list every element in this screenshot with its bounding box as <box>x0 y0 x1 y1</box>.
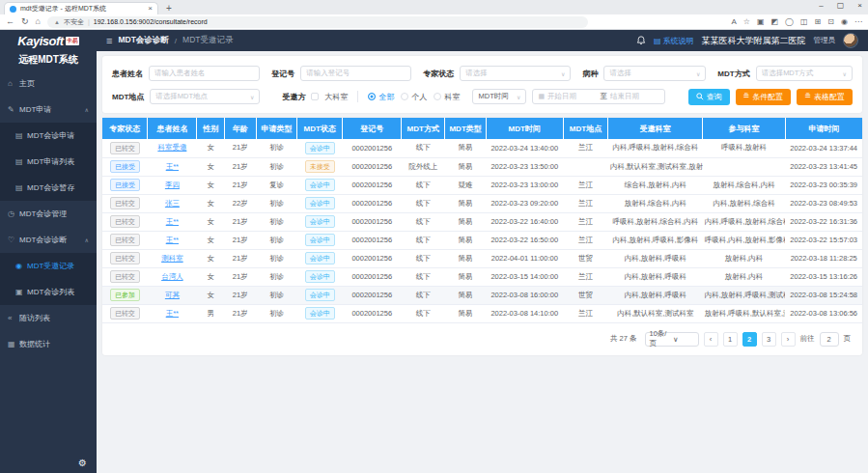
page-size-select[interactable]: 10条/页 ∨ <box>645 332 699 347</box>
patient-name-link[interactable]: 王** <box>166 162 179 171</box>
page-jump-input[interactable]: 2 <box>820 332 839 347</box>
column-header-apply_type[interactable]: 申请类型 <box>256 118 297 139</box>
read-aloud-icon[interactable]: A <box>731 18 736 26</box>
patient-name-link[interactable]: 科室受邀 <box>157 143 186 152</box>
window-maximize-button[interactable]: ▢ <box>837 1 845 10</box>
sidebar-item-mdt-consult-manage[interactable]: ◷MDT会诊管理 <box>0 201 97 227</box>
mdt-time-range-picker[interactable]: ▦ 开始日期 至 结束日期 <box>532 89 665 104</box>
sidebar-item-mdt-consult-draft[interactable]: ▤MDT会诊暂存 <box>0 175 97 201</box>
table-config-button[interactable]: ≞ 表格配置 <box>797 89 853 105</box>
invited-party-radio-0[interactable]: 全部 <box>368 92 394 102</box>
column-header-register_no[interactable]: 登记号 <box>343 118 402 139</box>
profile-icon[interactable]: ◉ <box>841 18 848 26</box>
back-icon[interactable]: ← <box>6 17 14 26</box>
prev-page-button[interactable]: ‹ <box>704 332 718 347</box>
cell-apply_time: 2022-03-08 13:06:56 <box>785 304 862 322</box>
mdt-mode-select[interactable]: 请选择MDT方式∨ <box>756 66 853 81</box>
column-header-gender[interactable]: 性别 <box>197 118 225 139</box>
status-tag: 会诊中 <box>305 234 335 246</box>
mdt-time-type-select[interactable]: MDT时间∨ <box>472 89 526 104</box>
sidebar-item-mdt-apply-list[interactable]: ▤MDT申请列表 <box>0 149 97 175</box>
status-tag: 已转交 <box>110 307 140 320</box>
patient-name-input[interactable]: 请输入患者姓名 <box>149 66 260 81</box>
column-header-invited_depts[interactable]: 受邀科室 <box>608 118 703 139</box>
table-row: 已转交张三女22岁初诊会诊中0002001256线下简易2022-03-23 0… <box>102 194 862 212</box>
table-row: 已转交王**男21岁初诊会诊中0002001256线下简易2022-03-08 … <box>102 304 862 322</box>
sidebar-item-mdt-consult-apply[interactable]: ▤MDT会诊申请 <box>0 123 97 149</box>
page-button-1[interactable]: 1 <box>723 332 738 347</box>
next-page-button[interactable]: › <box>781 332 796 347</box>
new-tab-button[interactable]: + <box>166 2 172 14</box>
patient-name-link[interactable]: 王** <box>166 217 179 226</box>
extension-icon-1[interactable]: ◩ <box>771 18 779 26</box>
address-bar[interactable]: ▲ 不安全 | 192.168.0.156:9002/consultate/re… <box>47 16 588 28</box>
start-date-placeholder: 开始日期 <box>547 92 597 101</box>
date-range-separator: 至 <box>601 92 608 101</box>
patient-name-link[interactable]: 王** <box>166 309 179 318</box>
cell-joined_depts: 内科,放射科,综合科 <box>703 194 786 212</box>
column-header-joined_depts[interactable]: 参与科室 <box>703 118 786 139</box>
column-header-mdt_type[interactable]: MDT类型 <box>445 118 487 139</box>
collections-icon[interactable]: ▣ <box>757 18 765 26</box>
column-header-mdt_mode[interactable]: MDT方式 <box>402 118 445 139</box>
register-no-input[interactable]: 请输入登记号 <box>300 66 411 81</box>
condition-config-button[interactable]: ≞ 条件配置 <box>736 89 792 105</box>
cell-patient_name: 李四 <box>148 176 197 194</box>
invited-party-radio-2[interactable]: 科室 <box>434 92 460 102</box>
mdt-location-select[interactable]: 请选择MDT地点∨ <box>150 89 260 104</box>
system-help-link[interactable]: ▤ 系统说明 <box>654 36 694 46</box>
disease-select[interactable]: 请选择∨ <box>603 66 706 81</box>
column-header-mdt_status[interactable]: MDT状态 <box>297 118 343 139</box>
page-button-3[interactable]: 3 <box>762 332 776 347</box>
sidebar-item-mdt-apply[interactable]: ✎MDT申请∧ <box>0 97 97 123</box>
patient-name-link[interactable]: 可其 <box>165 291 180 299</box>
window-close-button[interactable]: × <box>857 1 862 10</box>
dept-group-checkbox[interactable] <box>311 93 319 100</box>
refresh-icon[interactable]: ↻ <box>21 17 29 26</box>
patient-name-link[interactable]: 张三 <box>165 199 180 208</box>
extensions-icon[interactable]: ⊞ <box>815 18 822 26</box>
sidebar-item-label: MDT会诊列表 <box>27 287 74 297</box>
column-header-expert_status[interactable]: 专家状态 <box>102 118 148 139</box>
patient-name-link[interactable]: 台湾人 <box>161 272 183 281</box>
expert-status-select[interactable]: 请选择∨ <box>460 66 571 81</box>
page-number-group: 123 <box>723 332 776 347</box>
tab-close-icon[interactable]: × <box>148 5 153 13</box>
more-menu-icon[interactable]: ⋯ <box>854 18 862 26</box>
expert-status-placeholder: 请选择 <box>465 69 558 78</box>
condition-config-label: 条件配置 <box>752 92 783 102</box>
browser-essentials-icon[interactable]: ⊡ <box>827 18 834 26</box>
sidebar-item-followup-list[interactable]: «随访列表 <box>0 305 97 331</box>
patient-name-link[interactable]: 王** <box>166 236 179 244</box>
column-header-apply_time[interactable]: 申请时间 <box>785 118 862 139</box>
split-screen-icon[interactable]: ◫ <box>800 18 808 26</box>
sidebar-item-mdt-consult-list[interactable]: ▣MDT会诊列表 <box>0 279 97 305</box>
search-button[interactable]: 查询 <box>688 89 730 105</box>
home-icon[interactable]: ⌂ <box>36 17 41 26</box>
page-button-2[interactable]: 2 <box>742 332 757 347</box>
notification-bell-icon[interactable] <box>636 36 646 45</box>
sidebar-item-mdt-invite-record[interactable]: ◉MDT受邀记录 <box>0 253 97 279</box>
home-icon: ⌂ <box>8 79 19 88</box>
dept-group-checkbox-label: 大科室 <box>324 92 348 102</box>
page-size-value: 10条/页 <box>650 329 671 348</box>
copilot-icon[interactable]: ◯ <box>785 18 794 26</box>
cell-invited_depts: 内科,默认科室,测试科室,放射科 <box>608 157 703 176</box>
favorites-icon[interactable]: ☆ <box>743 18 750 26</box>
column-header-mdt_location[interactable]: MDT地点 <box>563 118 608 139</box>
sidebar-item-data-stats[interactable]: ▦数据统计 <box>0 331 97 357</box>
column-header-patient_name[interactable]: 患者姓名 <box>148 118 197 139</box>
window-minimize-button[interactable]: – <box>819 1 823 10</box>
settings-gear-icon[interactable]: ⚙ <box>78 458 87 468</box>
column-header-mdt_time[interactable]: MDT时间 <box>487 118 564 139</box>
sidebar-item-home[interactable]: ⌂主页 <box>0 70 97 97</box>
cell-age: 21岁 <box>224 231 256 249</box>
patient-name-link[interactable]: 李四 <box>165 181 180 189</box>
sidebar-item-mdt-consult-diagnose[interactable]: ♡MDT会诊诊断∧ <box>0 227 97 253</box>
patient-name-link[interactable]: 测科室 <box>161 254 183 263</box>
user-avatar[interactable] <box>843 33 858 48</box>
browser-tab[interactable]: mdt受邀记录 - 远程MDT系统 × <box>4 2 158 14</box>
collapse-sidebar-icon[interactable]: ≡ <box>106 36 112 46</box>
column-header-age[interactable]: 年龄 <box>224 118 256 139</box>
invited-party-radio-1[interactable]: 个人 <box>401 92 427 102</box>
